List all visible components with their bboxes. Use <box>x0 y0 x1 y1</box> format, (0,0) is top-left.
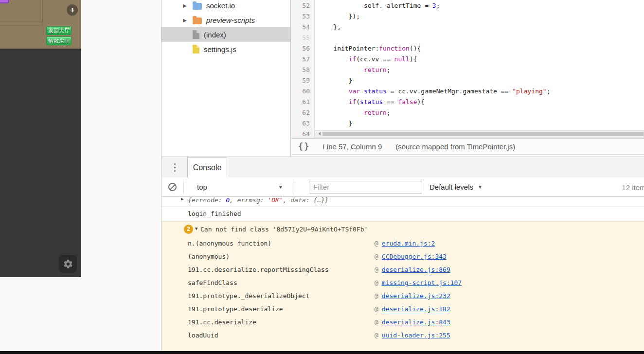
stack-location: @missing-script.js:107 <box>375 279 462 286</box>
console-warning-group: 2 ▼ Can not find class '8d571y2U+9AiKntO… <box>161 221 644 353</box>
console-message-log: login_finished <box>161 207 644 221</box>
folder-icon <box>193 18 202 24</box>
line-number[interactable]: 59 <box>291 75 315 86</box>
scroll-left-arrow-icon[interactable] <box>317 132 321 136</box>
console-tabbar: Console <box>161 157 644 177</box>
at-symbol: @ <box>375 253 378 260</box>
stack-location-link[interactable]: uuid-loader.js:255 <box>382 332 450 339</box>
at-symbol: @ <box>375 266 378 273</box>
line-number[interactable]: 54 <box>291 21 315 32</box>
line-number[interactable]: 56 <box>291 43 315 53</box>
expand-triangle-icon[interactable]: ▶ <box>181 197 183 201</box>
code-line-52: 52 self._alertTime = 3; <box>291 0 644 11</box>
stack-location: @CCDebugger.js:343 <box>375 253 447 260</box>
line-number[interactable]: 58 <box>291 64 315 75</box>
disband-room-button[interactable]: 解散房间 <box>46 36 72 45</box>
toolbar-divider <box>183 181 184 193</box>
player-avatar-corner <box>0 0 9 3</box>
line-number[interactable]: 61 <box>291 96 315 107</box>
stack-frame: loadUuid@uuid-loader.js:255 <box>161 329 644 342</box>
horizontal-scrollbar[interactable] <box>315 130 644 138</box>
pretty-print-icon[interactable]: {} <box>298 142 310 151</box>
execution-context-select[interactable]: top ▼ <box>191 183 288 191</box>
tab-console[interactable]: Console <box>187 157 227 177</box>
chevron-down-icon: ▼ <box>278 184 283 190</box>
stack-location-link[interactable]: CCDebugger.js:343 <box>382 253 447 260</box>
stack-function-name: 191.prototype._deserializeObject <box>188 292 375 300</box>
code-line-62: 62 return; <box>291 107 644 118</box>
at-symbol: @ <box>375 292 378 300</box>
expand-arrow-icon[interactable]: ▶ <box>183 3 193 8</box>
tree-item-settings.js[interactable]: settings.js <box>161 42 290 56</box>
scrollbar-thumb[interactable] <box>322 132 644 136</box>
tree-item--index-[interactable]: (index) <box>161 27 290 42</box>
sources-navigator: ▶socket.io▶preview-scripts(index)setting… <box>161 0 291 157</box>
tree-item-label: settings.js <box>204 45 236 53</box>
filter-input[interactable] <box>309 181 422 194</box>
stack-location-link[interactable]: missing-script.js:107 <box>382 279 462 286</box>
window-bottom-edge <box>0 351 644 354</box>
items-count: 12 items <box>622 177 644 197</box>
code-text: }, <box>315 23 341 31</box>
stack-location-link[interactable]: eruda.min.js:2 <box>382 240 435 247</box>
levels-label: Default levels <box>429 183 473 191</box>
line-number[interactable]: 64 <box>291 128 315 138</box>
line-number[interactable]: 55 <box>291 32 315 43</box>
stack-function-name: (anonymous) <box>188 253 375 260</box>
line-number[interactable]: 57 <box>291 53 315 64</box>
at-symbol: @ <box>375 305 378 313</box>
line-number[interactable]: 60 <box>291 86 315 96</box>
voice-button[interactable] <box>67 4 78 16</box>
toolbar-divider <box>295 181 295 193</box>
log-levels-select[interactable]: Default levels ▼ <box>429 183 483 191</box>
stack-location-link[interactable]: deserialize.js:843 <box>382 319 450 326</box>
object-preview[interactable]: {errcode: 0, errmsg: 'OK', data: {…}} <box>188 197 329 204</box>
code-line-58: 58 return; <box>291 64 644 75</box>
stack-location-link[interactable]: deserialize.js:232 <box>382 292 450 300</box>
code-line-63: 63 } <box>291 118 644 128</box>
stack-location: @deserialize.js:843 <box>375 319 450 326</box>
tree-item-socket.io[interactable]: ▶socket.io <box>161 0 290 13</box>
context-label: top <box>197 183 207 191</box>
stack-frame: 191.cc.deserialize.reportMissingClass@de… <box>161 263 644 276</box>
warning-text: Can not find class '8d571y2U+9AiKntO+TSf… <box>200 226 368 233</box>
stack-location-link[interactable]: deserialize.js:869 <box>382 266 450 273</box>
code-text: return; <box>315 109 391 116</box>
line-number[interactable]: 53 <box>291 11 315 21</box>
stack-location-link[interactable]: deserialize.js:182 <box>382 305 450 313</box>
stack-location: @uuid-loader.js:255 <box>375 332 450 339</box>
file-icon <box>193 30 199 39</box>
gear-icon <box>63 259 73 269</box>
clear-console-icon[interactable] <box>168 183 177 191</box>
code-line-55: 55 <box>291 32 644 43</box>
table-decor-slot <box>0 21 43 26</box>
stack-frame: (anonymous)@CCDebugger.js:343 <box>161 250 644 263</box>
tree-item-label: preview-scripts <box>206 16 255 24</box>
expand-arrow-icon[interactable]: ▶ <box>183 18 193 23</box>
console-messages: ▶ {errcode: 0, errmsg: 'OK', data: {…}} … <box>161 197 644 353</box>
more-options-icon[interactable] <box>172 163 178 172</box>
code-text: } <box>315 120 352 127</box>
source-map-info: (source mapped from TimePointer.js) <box>395 142 515 151</box>
stack-function-name: 191.prototype.deserialize <box>188 305 375 313</box>
console-drawer: Console top ▼ Default levels ▼ 12 items <box>161 157 644 354</box>
file-tree: ▶socket.io▶preview-scripts(index)setting… <box>161 0 290 56</box>
line-number[interactable]: 63 <box>291 118 315 128</box>
chevron-down-icon: ▼ <box>478 184 483 190</box>
stack-function-name: 191.cc.deserialize.reportMissingClass <box>188 266 375 273</box>
stack-location: @eruda.min.js:2 <box>375 240 435 247</box>
at-symbol: @ <box>375 240 378 247</box>
cursor-position: Line 57, Column 9 <box>322 142 382 151</box>
tree-item-preview-scripts[interactable]: ▶preview-scripts <box>161 13 290 27</box>
line-number[interactable]: 52 <box>291 0 315 11</box>
line-number[interactable]: 62 <box>291 107 315 118</box>
console-message-object: ▶ {errcode: 0, errmsg: 'OK', data: {…}} <box>161 197 644 207</box>
code-line-56: 56 initPointer:function(){ <box>291 43 644 53</box>
back-to-lobby-button[interactable]: 返回大厅 <box>46 26 72 35</box>
tree-item-label: socket.io <box>206 1 235 10</box>
settings-gear-button[interactable] <box>59 255 77 273</box>
stack-trace: n.(anonymous function)@eruda.min.js:2(an… <box>161 237 644 342</box>
stack-location: @deserialize.js:869 <box>375 266 450 273</box>
collapse-triangle-icon[interactable]: ▼ <box>195 226 197 231</box>
warning-header[interactable]: 2 ▼ Can not find class '8d571y2U+9AiKntO… <box>161 222 644 237</box>
